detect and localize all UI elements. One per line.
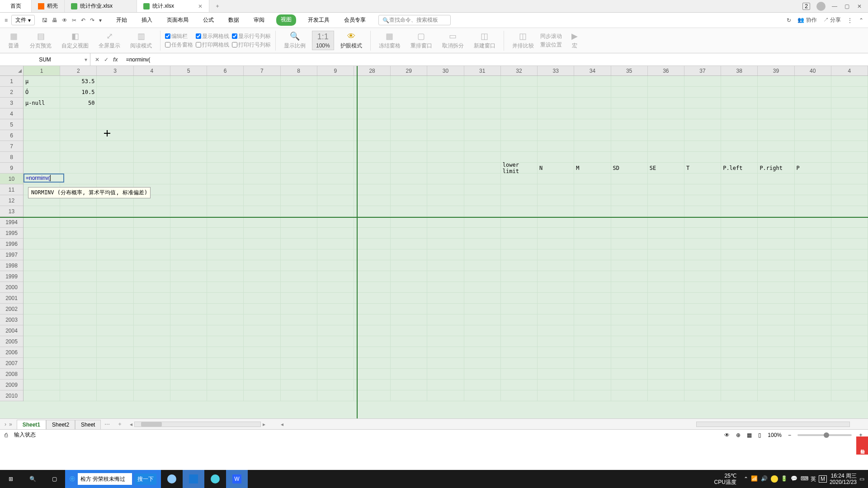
cell[interactable] (501, 119, 538, 130)
cell[interactable] (574, 206, 611, 217)
redo-icon[interactable]: ↷ (90, 17, 94, 23)
cell[interactable] (464, 239, 501, 249)
cell[interactable] (611, 336, 648, 347)
cell[interactable] (134, 152, 170, 163)
cell[interactable] (134, 347, 170, 358)
menu-start[interactable]: 开始 (113, 14, 130, 26)
cell[interactable] (721, 282, 758, 293)
cell[interactable] (97, 260, 133, 271)
side-by-side[interactable]: ◫并排比较 (509, 30, 538, 51)
tray-volume-icon[interactable]: 🔊 (761, 475, 768, 483)
cell[interactable] (574, 119, 611, 130)
hamburger-icon[interactable]: ≡ (5, 17, 8, 23)
cell[interactable] (721, 206, 758, 217)
cell[interactable] (97, 130, 133, 141)
col-header[interactable]: 34 (574, 66, 611, 75)
cell[interactable] (60, 108, 97, 119)
cell[interactable] (721, 217, 758, 228)
cell[interactable] (464, 174, 501, 184)
reset-pos[interactable]: 重设位置 (540, 41, 562, 49)
cell[interactable] (281, 358, 317, 369)
cell[interactable] (207, 369, 244, 380)
menu-view[interactable]: 视图 (276, 14, 296, 26)
cell[interactable] (574, 98, 611, 108)
col-header[interactable]: 40 (795, 66, 831, 75)
unsplit[interactable]: ▭取消拆分 (439, 30, 467, 51)
cell[interactable] (684, 347, 721, 358)
cell[interactable] (60, 141, 97, 152)
cell[interactable] (317, 293, 354, 304)
cell[interactable] (464, 206, 501, 217)
cell[interactable] (501, 174, 538, 184)
cell[interactable] (281, 347, 317, 358)
cell[interactable] (427, 108, 464, 119)
cell[interactable] (60, 119, 97, 130)
cell[interactable] (170, 314, 207, 325)
cell[interactable] (207, 98, 244, 108)
cell[interactable] (170, 358, 207, 369)
cell[interactable] (721, 87, 758, 98)
cell[interactable] (648, 249, 684, 260)
cell[interactable] (758, 358, 794, 369)
cell[interactable] (648, 228, 684, 239)
cell[interactable] (391, 217, 427, 228)
cell[interactable] (281, 76, 317, 87)
cell[interactable] (244, 228, 280, 239)
cell[interactable] (464, 119, 501, 130)
cell[interactable] (464, 195, 501, 206)
fx-button[interactable]: fx (113, 56, 118, 63)
cell[interactable] (134, 390, 170, 401)
cell[interactable] (538, 282, 574, 293)
cell[interactable] (648, 271, 684, 282)
subsidy-tag[interactable]: 补贴金 (856, 436, 868, 455)
cell[interactable] (134, 130, 170, 141)
cell[interactable] (684, 249, 721, 260)
cell[interactable] (501, 304, 538, 314)
cell[interactable] (281, 195, 317, 206)
cell[interactable] (207, 228, 244, 239)
cell[interactable] (464, 380, 501, 390)
cell[interactable] (574, 347, 611, 358)
cell[interactable] (391, 98, 427, 108)
cell[interactable] (354, 347, 391, 358)
sync-scroll[interactable]: 同步滚动 (540, 33, 562, 40)
cell[interactable] (60, 228, 97, 239)
cell[interactable] (427, 163, 464, 174)
cell[interactable] (317, 195, 354, 206)
search-button[interactable]: 🔍 (22, 470, 43, 488)
row-header[interactable]: 1994 (0, 217, 23, 228)
sync-icon[interactable]: ↻ (787, 17, 791, 23)
cell[interactable] (354, 369, 391, 380)
cell[interactable] (538, 293, 574, 304)
cell[interactable] (684, 282, 721, 293)
file-menu[interactable]: 文件▾ (11, 15, 35, 25)
cell[interactable] (831, 325, 868, 336)
cell[interactable] (758, 206, 794, 217)
cell[interactable] (464, 314, 501, 325)
cell[interactable] (684, 130, 721, 141)
cell[interactable] (354, 108, 391, 119)
cell[interactable] (758, 108, 794, 119)
cell[interactable] (758, 336, 794, 347)
cell[interactable] (134, 108, 170, 119)
cell[interactable] (244, 314, 280, 325)
cell[interactable] (464, 76, 501, 87)
cell[interactable] (721, 380, 758, 390)
cell[interactable] (24, 336, 60, 347)
cell[interactable] (170, 380, 207, 390)
cell[interactable] (391, 130, 427, 141)
cell[interactable] (244, 163, 280, 174)
cell[interactable] (244, 293, 280, 304)
tray-keyboard-icon[interactable]: ⌨ (801, 475, 808, 483)
cell[interactable] (134, 239, 170, 249)
col-header[interactable]: 7 (244, 66, 280, 75)
cell[interactable] (354, 304, 391, 314)
col-header[interactable]: 3 (97, 66, 133, 75)
cell[interactable] (317, 76, 354, 87)
cell[interactable] (684, 260, 721, 271)
sheet-tab-3[interactable]: Sheet (75, 420, 101, 429)
zoom-out[interactable]: − (788, 432, 791, 438)
cell[interactable] (391, 304, 427, 314)
sheet-nav-next[interactable]: › (5, 421, 6, 427)
cell[interactable] (391, 380, 427, 390)
